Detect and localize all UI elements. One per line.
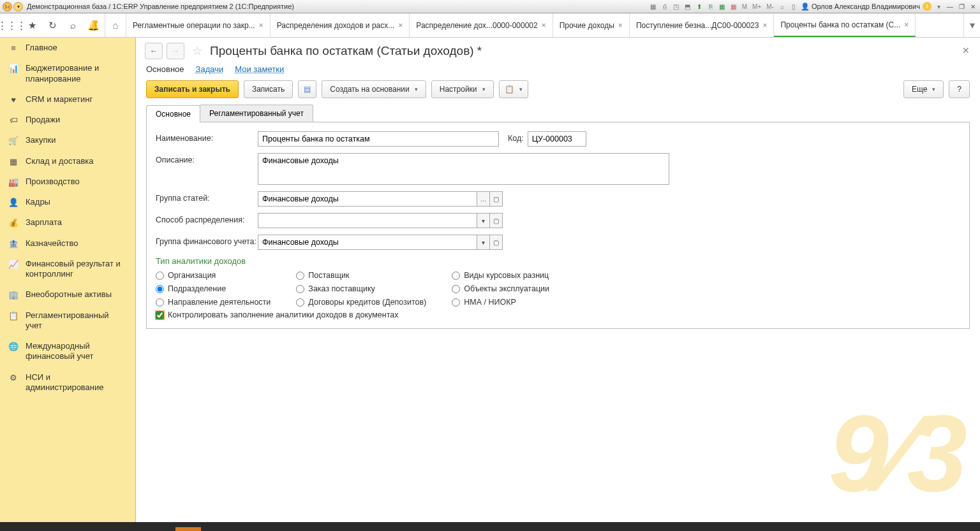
sublink-main[interactable]: Основное [146, 64, 184, 74]
radio-option[interactable]: Организация [156, 271, 271, 280]
fin-input[interactable] [258, 235, 477, 250]
more-button[interactable]: Еще [903, 80, 944, 98]
mem-mplus[interactable]: M+ [751, 3, 762, 10]
tab-4[interactable]: Поступление безна...ДС00-000023× [630, 13, 775, 37]
sidebar-item-1[interactable]: 📊Бюджетирование и планирование [0, 58, 135, 89]
tab-close-icon[interactable]: × [904, 20, 909, 29]
sublink-notes[interactable]: Мои заметки [235, 64, 284, 74]
tab-close-icon[interactable]: × [762, 21, 767, 30]
back-button[interactable]: ← [145, 43, 163, 59]
control-checkbox[interactable] [156, 311, 164, 319]
info-dropdown[interactable]: ▾ [934, 2, 943, 11]
sidebar-item-12[interactable]: 📋Регламентированный учет [0, 305, 135, 337]
sidebar-item-9[interactable]: 🏦Казначейство [0, 233, 135, 254]
settings-button[interactable]: Настройки [431, 80, 494, 98]
radio-input[interactable] [156, 298, 164, 307]
tab-1[interactable]: Распределения доходов и расх...× [271, 13, 410, 37]
name-input[interactable] [258, 131, 499, 147]
inner-tab-main[interactable]: Основное [146, 105, 200, 122]
create-based-on-button[interactable]: Создать на основании [322, 80, 426, 98]
tab-close-icon[interactable]: × [618, 21, 623, 30]
sidebar-item-5[interactable]: ▦Склад и доставка [0, 151, 135, 171]
info-icon[interactable]: i [923, 2, 932, 11]
bell-icon[interactable]: 🔔 [84, 17, 102, 34]
save-button[interactable]: Записать [244, 80, 293, 98]
calendar-31-icon[interactable]: ▦ [729, 2, 738, 11]
distr-dropdown-button[interactable]: ▾ [477, 213, 490, 228]
sidebar-item-6[interactable]: 🏭Производство [0, 171, 135, 192]
mem-mminus[interactable]: M- [765, 3, 775, 10]
radio-option[interactable]: Заказ поставщику [296, 284, 426, 293]
radio-input[interactable] [452, 285, 460, 293]
radio-input[interactable] [296, 298, 304, 307]
distr-input[interactable] [258, 213, 477, 228]
sublink-tasks[interactable]: Задачи [196, 64, 224, 74]
sidebar-item-7[interactable]: 👤Кадры [0, 192, 135, 212]
code-input[interactable] [528, 131, 586, 147]
tab-close-icon[interactable]: × [259, 21, 264, 30]
group-ellipsis-button[interactable]: … [477, 191, 490, 207]
radio-input[interactable] [156, 272, 164, 280]
radio-option[interactable]: НМА / НИОКР [452, 298, 549, 307]
toolbar-icon-4[interactable]: ⬒ [683, 2, 692, 11]
group-open-button[interactable]: ▢ [490, 191, 503, 207]
radio-option[interactable]: Договоры кредитов (Депозитов) [296, 298, 426, 307]
sidebar-item-13[interactable]: 🌐Международный финансовый учет [0, 336, 135, 367]
radio-input[interactable] [156, 285, 164, 293]
minimize-button[interactable]: — [946, 2, 954, 11]
distr-open-button[interactable]: ▢ [490, 213, 503, 228]
fin-open-button[interactable]: ▢ [490, 235, 503, 250]
close-page-button[interactable]: ✕ [962, 45, 970, 55]
print-icon[interactable]: ⎙ [660, 2, 669, 11]
panel-icon[interactable]: ▯ [789, 2, 798, 11]
tab-0[interactable]: Регламентные операции по закр...× [126, 13, 271, 37]
favorite-star-icon[interactable]: ☆ [192, 44, 202, 58]
group-input[interactable] [258, 191, 477, 207]
app-dropdown-icon[interactable]: ▾ [13, 2, 23, 11]
radio-option[interactable]: Поставщик [296, 271, 426, 280]
home-button[interactable]: ⌂ [105, 13, 126, 37]
radio-option[interactable]: Объекты эксплуатации [452, 284, 549, 293]
radio-option[interactable]: Направление деятельности [156, 298, 271, 307]
sidebar-item-11[interactable]: 🏢Внеоборотные активы [0, 284, 135, 305]
tab-close-icon[interactable]: × [398, 21, 403, 30]
radio-input[interactable] [452, 272, 460, 280]
sidebar-item-10[interactable]: 📈Финансовый результат и контроллинг [0, 254, 135, 285]
desc-input[interactable]: Финансовые доходы [258, 153, 669, 185]
help-button[interactable]: ? [949, 80, 970, 98]
close-window-button[interactable]: ✕ [969, 2, 977, 11]
tab-3[interactable]: Прочие доходы× [553, 13, 630, 37]
forward-button[interactable]: → [167, 43, 184, 59]
copy-icon-button[interactable]: 📋 [499, 80, 528, 98]
star-icon[interactable]: ★ [23, 17, 41, 34]
history-icon[interactable]: ↻ [43, 17, 61, 34]
control-checkbox-row[interactable]: Контролировать заполнение аналитики дохо… [156, 310, 960, 319]
toolbar-icon-5[interactable]: ⬆ [695, 2, 704, 11]
app-icon-1c[interactable]: 1c [3, 2, 12, 11]
sidebar-item-14[interactable]: ⚙НСИ и администрирование [0, 367, 135, 398]
sidebar-item-3[interactable]: 🏷Продажи [0, 110, 135, 130]
toolbar-icon-6[interactable]: ⎘ [706, 2, 715, 11]
fin-dropdown-button[interactable]: ▾ [477, 235, 490, 250]
calendar-icon[interactable]: ▦ [718, 2, 727, 11]
tab-menu-button[interactable]: ▾ [963, 13, 980, 37]
restore-button[interactable]: ❐ [957, 2, 966, 11]
tab-2[interactable]: Распределение дох...0000-000002× [410, 13, 553, 37]
save-close-button[interactable]: Записать и закрыть [146, 80, 239, 98]
radio-input[interactable] [296, 272, 304, 280]
toolbar-icon-3[interactable]: ◳ [672, 2, 681, 11]
sidebar-item-8[interactable]: 💰Зарплата [0, 212, 135, 233]
tab-close-icon[interactable]: × [542, 21, 546, 30]
list-icon-button[interactable]: ▤ [298, 80, 316, 98]
sidebar-item-4[interactable]: 🛒Закупки [0, 130, 135, 150]
toolbar-icon-1[interactable]: ▦ [649, 2, 658, 11]
search-icon[interactable]: ⌕ [64, 17, 82, 34]
radio-option[interactable]: Подразделение [156, 284, 271, 293]
radio-option[interactable]: Виды курсовых разниц [452, 271, 549, 280]
sidebar-item-2[interactable]: ♥CRM и маркетинг [0, 89, 135, 110]
apps-icon[interactable]: ⋮⋮⋮ [3, 17, 20, 34]
user-block[interactable]: 👤 Орлов Александр Владимирович [801, 3, 920, 11]
tab-5[interactable]: Проценты банка по остаткам (С...× [774, 13, 916, 37]
zoom-icon[interactable]: ⌕ [778, 2, 787, 11]
radio-input[interactable] [296, 285, 304, 293]
